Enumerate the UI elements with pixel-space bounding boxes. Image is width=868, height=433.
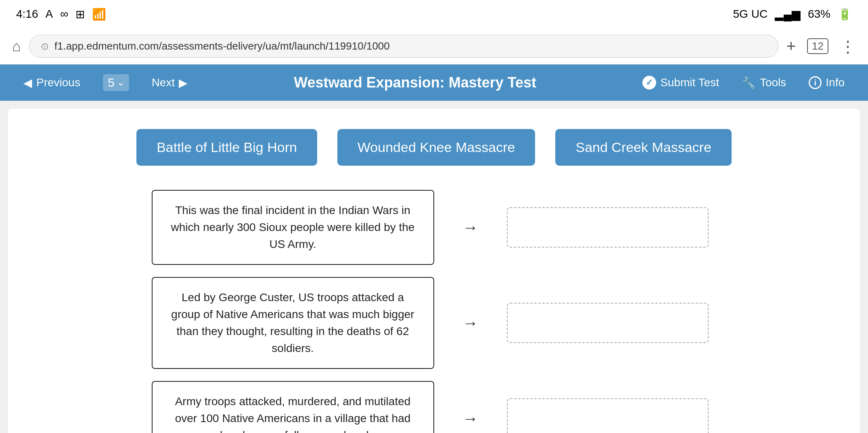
match-rows: This was the final incident in the India… [81, 190, 787, 433]
page-title: Westward Expansion: Mastery Test [199, 74, 631, 91]
clue-box-1: Led by George Custer, US troops attacked… [152, 277, 434, 369]
url-text: f1.app.edmentum.com/assessments-delivery… [54, 40, 767, 52]
clue-box-0: This was the final incident in the India… [152, 190, 434, 265]
status-bar: 4:16 A ∞ ⊞ 📶 5G UC ▂▄▆ 63% 🔋 [0, 0, 868, 28]
wrench-icon: 🔧 [742, 76, 756, 90]
drag-label-0[interactable]: Battle of Little Big Horn [136, 129, 317, 166]
nav-right-actions: ✓ Submit Test 🔧 Tools i Info [631, 76, 856, 90]
match-row-0: This was the final incident in the India… [152, 190, 717, 265]
submit-test-button[interactable]: ✓ Submit Test [631, 76, 730, 90]
previous-arrow-icon: ◀ [23, 76, 32, 90]
signal-label: 5G UC [733, 8, 768, 21]
next-arrow-icon: ▶ [179, 76, 188, 90]
gallery-icon: ⊞ [75, 8, 85, 21]
arrow-icon-1: → [450, 314, 491, 332]
main-content: Battle of Little Big Horn Wounded Knee M… [8, 109, 860, 433]
drag-label-1[interactable]: Wounded Knee Massacre [337, 129, 535, 166]
info-icon: i [809, 76, 822, 89]
accessibility-icon: ∞ [60, 8, 68, 21]
next-button[interactable]: Next ▶ [140, 65, 199, 101]
home-icon[interactable]: ⌂ [12, 38, 21, 55]
info-button[interactable]: i Info [797, 76, 856, 89]
match-row-2: Army troops attacked, murdered, and muti… [152, 381, 717, 433]
info-label: Info [826, 76, 845, 89]
chevron-down-icon: ⌄ [117, 77, 124, 88]
clock: 4:16 [16, 8, 38, 21]
drag-labels-row: Battle of Little Big Horn Wounded Knee M… [81, 129, 787, 166]
battery-icon: 🔋 [838, 8, 852, 21]
drop-box-2[interactable] [507, 398, 709, 433]
nav-bar: ◀ Previous 5 ⌄ Next ▶ Westward Expansion… [0, 65, 868, 101]
menu-icon[interactable]: ⋮ [840, 37, 856, 56]
translate-icon: A [46, 8, 53, 21]
clue-box-2: Army troops attacked, murdered, and muti… [152, 381, 434, 433]
match-row-1: Led by George Custer, US troops attacked… [152, 277, 717, 369]
check-icon: ✓ [642, 76, 656, 90]
previous-button[interactable]: ◀ Previous [12, 65, 92, 101]
drop-box-1[interactable] [507, 303, 709, 343]
status-right: 5G UC ▂▄▆ 63% 🔋 [733, 8, 852, 21]
browser-actions: + 12 ⋮ [786, 37, 856, 56]
submit-label: Submit Test [660, 76, 719, 89]
question-number-badge[interactable]: 5 ⌄ [92, 65, 140, 101]
status-left: 4:16 A ∞ ⊞ 📶 [16, 8, 106, 21]
connection-icon: ⊙ [41, 41, 49, 52]
tools-label: Tools [760, 76, 786, 89]
url-bar[interactable]: ⊙ f1.app.edmentum.com/assessments-delive… [29, 35, 778, 58]
drop-box-0[interactable] [507, 207, 709, 248]
next-label: Next [152, 76, 175, 89]
number-display: 5 ⌄ [103, 74, 129, 91]
wifi-icon: 📶 [92, 8, 106, 21]
drag-label-2[interactable]: Sand Creek Massacre [555, 129, 731, 166]
arrow-icon-2: → [450, 410, 491, 428]
tab-count-badge[interactable]: 12 [807, 38, 828, 54]
tools-button[interactable]: 🔧 Tools [730, 76, 797, 90]
add-tab-icon[interactable]: + [786, 37, 796, 55]
signal-bars-icon: ▂▄▆ [775, 8, 801, 21]
battery-label: 63% [808, 8, 830, 21]
question-number: 5 [108, 76, 115, 90]
browser-bar: ⌂ ⊙ f1.app.edmentum.com/assessments-deli… [0, 28, 868, 65]
previous-label: Previous [36, 76, 80, 89]
arrow-icon-0: → [450, 219, 491, 237]
